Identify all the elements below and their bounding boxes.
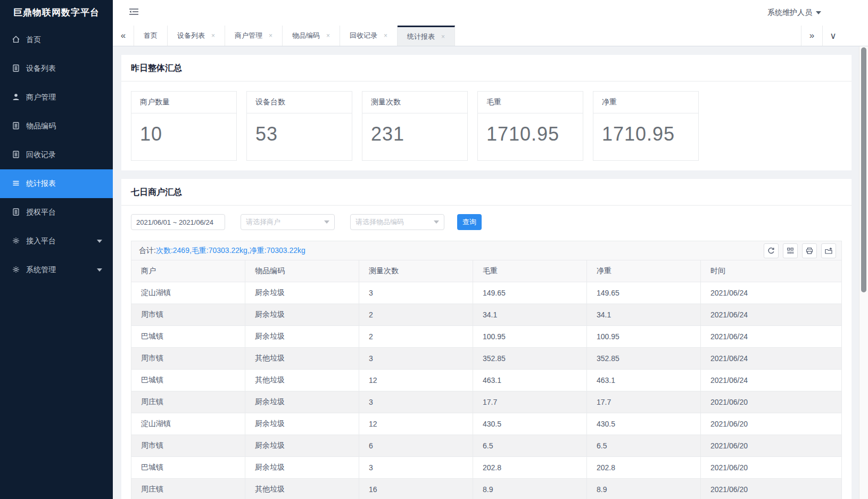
sidebar-item-label: 商户管理 xyxy=(26,93,56,102)
sidebar-item-label: 首页 xyxy=(26,35,41,45)
tab-close-icon[interactable]: × xyxy=(441,33,445,40)
tab-label: 物品编码 xyxy=(292,31,320,40)
stat-card-merchant-count: 商户数量 10 xyxy=(131,91,237,161)
table-row[interactable]: 周市镇厨余垃圾234.134.12021/06/24 xyxy=(131,304,842,326)
tabs-scroll-left-button[interactable]: « xyxy=(113,26,134,46)
totals-text: 合计:次数:2469,毛重:70303.22kg,净重:70303.22kg xyxy=(139,246,305,256)
item-code-select[interactable]: 请选择物品编码 xyxy=(350,214,444,230)
search-button[interactable]: 查询 xyxy=(457,214,482,230)
export-icon[interactable] xyxy=(821,243,836,258)
stat-label: 净重 xyxy=(593,92,698,113)
section-title-weekly: 七日商户汇总 xyxy=(121,179,852,206)
tab-label: 商户管理 xyxy=(235,31,262,40)
yesterday-summary-panel: 昨日整体汇总 商户数量 10 设备台数 53 测量次数 231 毛重 1710.… xyxy=(121,55,852,170)
table-row[interactable]: 周市镇厨余垃圾66.56.52021/06/20 xyxy=(131,435,842,457)
table-row[interactable]: 巴城镇厨余垃圾2100.95100.952021/06/24 xyxy=(131,326,842,348)
tab-close-icon[interactable]: × xyxy=(384,32,387,39)
sidebar-item-access-platform[interactable]: 接入平台 xyxy=(0,227,113,256)
tab-close-icon[interactable]: × xyxy=(269,32,272,39)
stat-label: 测量次数 xyxy=(362,92,467,113)
sidebar-item-label: 物品编码 xyxy=(26,121,56,131)
stat-card-measure-count: 测量次数 231 xyxy=(362,91,468,161)
list-icon xyxy=(12,179,20,189)
col-header-item-code: 物品编码 xyxy=(245,260,359,282)
document-icon xyxy=(12,64,20,74)
page-content: 昨日整体汇总 商户数量 10 设备台数 53 测量次数 231 毛重 1710.… xyxy=(113,46,868,499)
document-icon xyxy=(12,208,20,218)
table-row[interactable]: 周市镇其他垃圾3352.85352.852021/06/24 xyxy=(131,348,842,370)
table-row[interactable]: 周庄镇其他垃圾168.98.92021/06/20 xyxy=(131,479,842,499)
col-header-merchant: 商户 xyxy=(131,260,245,282)
home-icon xyxy=(12,35,20,45)
stat-value: 231 xyxy=(362,113,467,160)
sidebar-item-home[interactable]: 首页 xyxy=(0,26,113,54)
user-name: 系统维护人员 xyxy=(767,8,812,18)
col-header-net-weight: 净重 xyxy=(587,260,701,282)
tab-close-icon[interactable]: × xyxy=(211,32,215,39)
tab-recycle-records[interactable]: 回收记录 × xyxy=(340,26,398,46)
report-table-wrap: 合计:次数:2469,毛重:70303.22kg,净重:70303.22kg xyxy=(131,241,842,499)
sidebar-item-merchant-mgmt[interactable]: 商户管理 xyxy=(0,83,113,112)
columns-icon[interactable] xyxy=(783,243,798,258)
user-menu[interactable]: 系统维护人员 xyxy=(767,8,821,18)
stat-value: 1710.95 xyxy=(478,113,583,160)
sidebar-item-label: 统计报表 xyxy=(26,179,56,189)
document-icon xyxy=(12,121,20,132)
chevron-down-icon xyxy=(97,268,102,272)
table-row[interactable]: 巴城镇其他垃圾12463.1463.12021/06/24 xyxy=(131,370,842,391)
col-header-measure-count: 测量次数 xyxy=(359,260,473,282)
sidebar-item-label: 授权平台 xyxy=(26,208,56,217)
scrollbar-thumb[interactable] xyxy=(861,47,866,292)
sidebar: 巨鼎物联网数字平台 首页 设备列表 商户管理 物品编码 回收记录 统计报表 授权… xyxy=(0,0,113,499)
table-row[interactable]: 淀山湖镇厨余垃圾12430.5430.52021/06/20 xyxy=(131,413,842,435)
tab-label: 统计报表 xyxy=(407,32,435,42)
tabs-menu-button[interactable]: ∨ xyxy=(822,26,844,46)
caret-down-icon xyxy=(434,220,439,224)
totals-bar: 合计:次数:2469,毛重:70303.22kg,净重:70303.22kg xyxy=(131,241,842,260)
tab-label: 设备列表 xyxy=(177,31,205,40)
table-row[interactable]: 周庄镇厨余垃圾317.717.72021/06/20 xyxy=(131,391,842,413)
tab-merchant-mgmt[interactable]: 商户管理 × xyxy=(225,26,283,46)
sidebar-item-label: 设备列表 xyxy=(26,64,56,73)
top-header: 系统维护人员 xyxy=(113,0,868,26)
sidebar-collapse-icon[interactable] xyxy=(129,7,139,18)
table-row[interactable]: 淀山湖镇厨余垃圾3149.65149.652021/06/24 xyxy=(131,282,842,304)
col-header-time: 时间 xyxy=(701,260,842,282)
section-title-yesterday: 昨日整体汇总 xyxy=(121,55,852,81)
chevron-down-icon xyxy=(97,240,102,243)
tabs-nav-right: » ∨ xyxy=(801,26,844,46)
stat-label: 设备台数 xyxy=(247,92,352,113)
date-range-input[interactable] xyxy=(131,214,225,230)
caret-down-icon xyxy=(324,220,329,224)
sidebar-item-system-mgmt[interactable]: 系统管理 xyxy=(0,256,113,284)
stat-label: 毛重 xyxy=(478,92,583,113)
stat-value: 53 xyxy=(247,113,352,160)
sidebar-item-statistics-report[interactable]: 统计报表 xyxy=(0,169,113,198)
totals-value: 次数:2469,毛重:70303.22kg,净重:70303.22kg xyxy=(156,246,305,255)
stat-card-device-count: 设备台数 53 xyxy=(246,91,352,161)
tab-home[interactable]: 首页 xyxy=(134,26,168,46)
tab-item-code[interactable]: 物品编码 × xyxy=(283,26,340,46)
print-icon[interactable] xyxy=(802,243,817,258)
filter-row: 请选择商户 请选择物品编码 查询 xyxy=(121,206,852,231)
tab-device-list[interactable]: 设备列表 × xyxy=(168,26,225,46)
caret-down-icon xyxy=(816,11,821,14)
tab-label: 首页 xyxy=(144,31,158,40)
refresh-icon[interactable] xyxy=(764,243,779,258)
sidebar-item-item-code[interactable]: 物品编码 xyxy=(0,112,113,141)
table-row[interactable]: 巴城镇厨余垃圾3202.8202.82021/06/20 xyxy=(131,457,842,479)
sidebar-item-device-list[interactable]: 设备列表 xyxy=(0,54,113,83)
merchant-select[interactable]: 请选择商户 xyxy=(241,214,335,230)
stat-cards: 商户数量 10 设备台数 53 测量次数 231 毛重 1710.95 净重 xyxy=(121,81,852,170)
tabs-scroll-right-button[interactable]: » xyxy=(801,26,822,46)
tab-statistics-report[interactable]: 统计报表 × xyxy=(398,26,455,46)
tab-bar: « 首页 设备列表 × 商户管理 × 物品编码 × 回收记录 × 统计报表 xyxy=(113,26,868,46)
stat-value: 10 xyxy=(131,113,236,160)
sidebar-item-recycle-records[interactable]: 回收记录 xyxy=(0,141,113,169)
open-tabs: 首页 设备列表 × 商户管理 × 物品编码 × 回收记录 × 统计报表 × xyxy=(134,26,801,46)
sidebar-item-auth-platform[interactable]: 授权平台 xyxy=(0,198,113,227)
vertical-scrollbar[interactable] xyxy=(859,46,868,499)
document-icon xyxy=(12,150,20,160)
select-placeholder: 请选择商户 xyxy=(246,217,280,227)
tab-close-icon[interactable]: × xyxy=(326,32,330,39)
